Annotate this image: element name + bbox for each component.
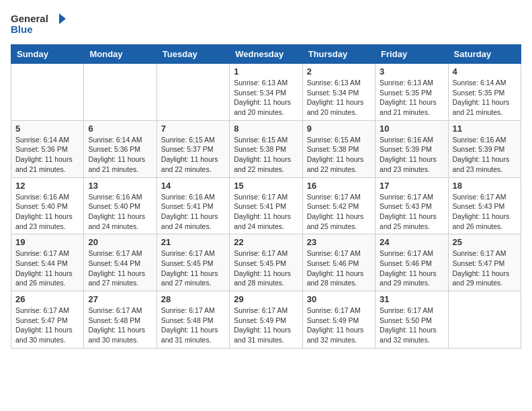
- day-number: 3: [380, 66, 443, 77]
- day-info: Sunrise: 6:13 AMSunset: 5:35 PMDaylight:…: [380, 78, 443, 118]
- calendar-day-cell: 7Sunrise: 6:15 AMSunset: 5:37 PMDaylight…: [157, 120, 229, 177]
- day-info: Sunrise: 6:14 AMSunset: 5:36 PMDaylight:…: [88, 135, 152, 175]
- logo-svg: GeneralBlue: [11, 11, 71, 36]
- day-number: 1: [234, 66, 298, 77]
- day-number: 21: [161, 237, 225, 247]
- calendar-day-cell: 28Sunrise: 6:17 AMSunset: 5:48 PMDayligh…: [157, 291, 229, 349]
- day-info: Sunrise: 6:17 AMSunset: 5:41 PMDaylight:…: [234, 192, 298, 232]
- day-number: 23: [307, 237, 371, 247]
- weekday-header-saturday: Saturday: [448, 45, 521, 64]
- weekday-header-row: SundayMondayTuesdayWednesdayThursdayFrid…: [11, 45, 521, 64]
- day-info: Sunrise: 6:17 AMSunset: 5:44 PMDaylight:…: [88, 248, 152, 288]
- weekday-header-sunday: Sunday: [11, 45, 84, 64]
- calendar-day-cell: 21Sunrise: 6:17 AMSunset: 5:45 PMDayligh…: [157, 234, 229, 291]
- day-number: 9: [307, 124, 371, 134]
- calendar-week-row: 26Sunrise: 6:17 AMSunset: 5:47 PMDayligh…: [11, 291, 521, 349]
- calendar-week-row: 12Sunrise: 6:16 AMSunset: 5:40 PMDayligh…: [11, 177, 521, 234]
- day-info: Sunrise: 6:15 AMSunset: 5:38 PMDaylight:…: [307, 135, 371, 175]
- day-number: 24: [380, 237, 443, 247]
- svg-text:Blue: Blue: [11, 24, 33, 35]
- empty-day-cell: [448, 291, 521, 349]
- day-number: 28: [161, 294, 225, 304]
- day-number: 19: [15, 237, 79, 247]
- calendar-week-row: 1Sunrise: 6:13 AMSunset: 5:34 PMDaylight…: [11, 64, 521, 121]
- calendar-day-cell: 4Sunrise: 6:14 AMSunset: 5:35 PMDaylight…: [448, 64, 521, 121]
- day-info: Sunrise: 6:17 AMSunset: 5:45 PMDaylight:…: [161, 248, 225, 288]
- weekday-header-friday: Friday: [375, 45, 448, 64]
- calendar-week-row: 5Sunrise: 6:14 AMSunset: 5:36 PMDaylight…: [11, 120, 521, 177]
- day-number: 20: [88, 237, 152, 247]
- day-number: 7: [161, 124, 225, 134]
- day-info: Sunrise: 6:16 AMSunset: 5:39 PMDaylight:…: [380, 135, 443, 175]
- calendar-day-cell: 24Sunrise: 6:17 AMSunset: 5:46 PMDayligh…: [375, 234, 448, 291]
- calendar-day-cell: 1Sunrise: 6:13 AMSunset: 5:34 PMDaylight…: [230, 64, 302, 121]
- day-info: Sunrise: 6:17 AMSunset: 5:46 PMDaylight:…: [307, 248, 371, 288]
- calendar-day-cell: 9Sunrise: 6:15 AMSunset: 5:38 PMDaylight…: [302, 120, 375, 177]
- calendar-day-cell: 3Sunrise: 6:13 AMSunset: 5:35 PMDaylight…: [375, 64, 448, 121]
- calendar-day-cell: 17Sunrise: 6:17 AMSunset: 5:43 PMDayligh…: [375, 177, 448, 234]
- svg-marker-1: [59, 13, 66, 24]
- calendar-day-cell: 31Sunrise: 6:17 AMSunset: 5:50 PMDayligh…: [375, 291, 448, 349]
- calendar-day-cell: 10Sunrise: 6:16 AMSunset: 5:39 PMDayligh…: [375, 120, 448, 177]
- day-number: 25: [453, 237, 517, 247]
- svg-text:General: General: [11, 13, 48, 24]
- weekday-header-thursday: Thursday: [302, 45, 375, 64]
- day-info: Sunrise: 6:17 AMSunset: 5:42 PMDaylight:…: [307, 192, 371, 232]
- calendar-day-cell: 19Sunrise: 6:17 AMSunset: 5:44 PMDayligh…: [11, 234, 84, 291]
- day-info: Sunrise: 6:17 AMSunset: 5:47 PMDaylight:…: [15, 306, 79, 345]
- day-info: Sunrise: 6:13 AMSunset: 5:34 PMDaylight:…: [234, 78, 298, 118]
- weekday-header-monday: Monday: [84, 45, 157, 64]
- day-info: Sunrise: 6:17 AMSunset: 5:46 PMDaylight:…: [380, 248, 443, 288]
- day-number: 4: [453, 66, 517, 77]
- logo: GeneralBlue: [11, 11, 71, 36]
- empty-day-cell: [84, 64, 157, 121]
- calendar-day-cell: 25Sunrise: 6:17 AMSunset: 5:47 PMDayligh…: [448, 234, 521, 291]
- calendar-day-cell: 29Sunrise: 6:17 AMSunset: 5:49 PMDayligh…: [230, 291, 302, 349]
- day-info: Sunrise: 6:16 AMSunset: 5:40 PMDaylight:…: [88, 192, 152, 232]
- calendar-day-cell: 13Sunrise: 6:16 AMSunset: 5:40 PMDayligh…: [84, 177, 157, 234]
- calendar-day-cell: 2Sunrise: 6:13 AMSunset: 5:34 PMDaylight…: [302, 64, 375, 121]
- day-number: 8: [234, 124, 298, 134]
- calendar-day-cell: 30Sunrise: 6:17 AMSunset: 5:49 PMDayligh…: [302, 291, 375, 349]
- day-info: Sunrise: 6:17 AMSunset: 5:49 PMDaylight:…: [307, 306, 371, 345]
- calendar-day-cell: 22Sunrise: 6:17 AMSunset: 5:45 PMDayligh…: [230, 234, 302, 291]
- day-info: Sunrise: 6:17 AMSunset: 5:43 PMDaylight:…: [453, 192, 517, 232]
- day-number: 15: [234, 181, 298, 191]
- day-info: Sunrise: 6:17 AMSunset: 5:50 PMDaylight:…: [380, 306, 443, 345]
- page-header: GeneralBlue: [11, 11, 521, 36]
- day-number: 5: [15, 124, 79, 134]
- calendar-day-cell: 11Sunrise: 6:16 AMSunset: 5:39 PMDayligh…: [448, 120, 521, 177]
- day-info: Sunrise: 6:15 AMSunset: 5:37 PMDaylight:…: [161, 135, 225, 175]
- day-info: Sunrise: 6:17 AMSunset: 5:48 PMDaylight:…: [88, 306, 152, 345]
- day-info: Sunrise: 6:14 AMSunset: 5:36 PMDaylight:…: [15, 135, 79, 175]
- day-number: 22: [234, 237, 298, 247]
- day-number: 29: [234, 294, 298, 304]
- day-number: 2: [307, 66, 371, 77]
- calendar-day-cell: 15Sunrise: 6:17 AMSunset: 5:41 PMDayligh…: [230, 177, 302, 234]
- calendar-day-cell: 23Sunrise: 6:17 AMSunset: 5:46 PMDayligh…: [302, 234, 375, 291]
- day-number: 10: [380, 124, 443, 134]
- calendar-day-cell: 18Sunrise: 6:17 AMSunset: 5:43 PMDayligh…: [448, 177, 521, 234]
- day-info: Sunrise: 6:16 AMSunset: 5:40 PMDaylight:…: [15, 192, 79, 232]
- day-number: 30: [307, 294, 371, 304]
- day-info: Sunrise: 6:15 AMSunset: 5:38 PMDaylight:…: [234, 135, 298, 175]
- empty-day-cell: [11, 64, 84, 121]
- weekday-header-wednesday: Wednesday: [230, 45, 302, 64]
- day-info: Sunrise: 6:17 AMSunset: 5:45 PMDaylight:…: [234, 248, 298, 288]
- day-info: Sunrise: 6:13 AMSunset: 5:34 PMDaylight:…: [307, 78, 371, 118]
- day-info: Sunrise: 6:17 AMSunset: 5:44 PMDaylight:…: [15, 248, 79, 288]
- day-info: Sunrise: 6:17 AMSunset: 5:48 PMDaylight:…: [161, 306, 225, 345]
- day-number: 11: [453, 124, 517, 134]
- day-info: Sunrise: 6:17 AMSunset: 5:43 PMDaylight:…: [380, 192, 443, 232]
- day-info: Sunrise: 6:17 AMSunset: 5:47 PMDaylight:…: [453, 248, 517, 288]
- day-number: 26: [15, 294, 79, 304]
- calendar-day-cell: 6Sunrise: 6:14 AMSunset: 5:36 PMDaylight…: [84, 120, 157, 177]
- calendar-day-cell: 14Sunrise: 6:16 AMSunset: 5:41 PMDayligh…: [157, 177, 229, 234]
- calendar-week-row: 19Sunrise: 6:17 AMSunset: 5:44 PMDayligh…: [11, 234, 521, 291]
- calendar-day-cell: 16Sunrise: 6:17 AMSunset: 5:42 PMDayligh…: [302, 177, 375, 234]
- calendar-day-cell: 8Sunrise: 6:15 AMSunset: 5:38 PMDaylight…: [230, 120, 302, 177]
- day-info: Sunrise: 6:16 AMSunset: 5:41 PMDaylight:…: [161, 192, 225, 232]
- day-number: 31: [380, 294, 443, 304]
- day-info: Sunrise: 6:14 AMSunset: 5:35 PMDaylight:…: [453, 78, 517, 118]
- day-number: 18: [453, 181, 517, 191]
